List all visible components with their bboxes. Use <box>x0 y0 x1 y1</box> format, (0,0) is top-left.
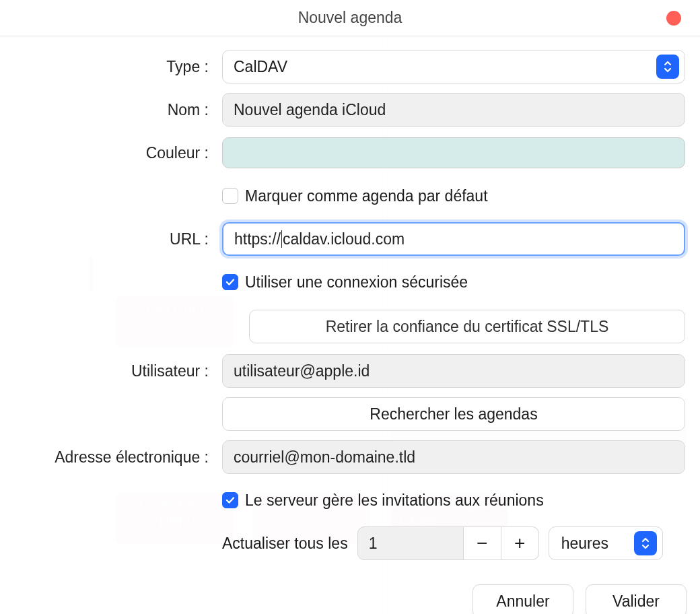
user-field[interactable]: utilisateur@apple.id <box>222 354 685 388</box>
chevron-up-down-icon <box>656 55 679 79</box>
checkbox-icon <box>222 274 238 290</box>
titlebar: Nouvel agenda <box>0 0 700 36</box>
default-checkbox-label: Marquer comme agenda par défaut <box>245 187 488 205</box>
user-label: Utilisateur : <box>13 362 209 380</box>
secure-checkbox-label: Utiliser une connexion sécurisée <box>245 273 468 292</box>
color-swatch[interactable] <box>222 137 685 168</box>
checkbox-icon <box>222 188 238 204</box>
refresh-label: Actualiser tous les <box>222 535 348 553</box>
secure-checkbox[interactable]: Utiliser une connexion sécurisée <box>222 273 687 292</box>
dialog-form: Type : CalDAV Nom : Nouvel agenda iCloud <box>0 36 700 614</box>
type-value: CalDAV <box>234 58 287 76</box>
dialog-window: Nouvel agenda 9:30 Orion 12:30-13:15 RPM… <box>0 0 700 614</box>
email-label: Adresse électronique : <box>13 448 209 467</box>
window-title: Nouvel agenda <box>298 9 403 27</box>
type-label: Type : <box>13 58 209 76</box>
ok-button[interactable]: Valider <box>586 584 687 614</box>
refresh-value: 1 <box>358 535 463 553</box>
ssl-trust-button[interactable]: Retirer la confiance du certificat SSL/T… <box>249 310 685 343</box>
refresh-unit-select[interactable]: heures <box>549 526 663 560</box>
invitations-checkbox-label: Le serveur gère les invitations aux réun… <box>245 491 544 510</box>
plus-button[interactable]: + <box>501 527 538 559</box>
name-label: Nom : <box>13 101 209 119</box>
search-calendars-button[interactable]: Rechercher les agendas <box>222 397 685 431</box>
refresh-value-stepper[interactable]: 1 − + <box>357 526 539 560</box>
url-field[interactable]: https://caldav.icloud.com <box>222 222 685 256</box>
chevron-up-down-icon <box>634 531 657 555</box>
type-select[interactable]: CalDAV <box>222 50 685 83</box>
email-field[interactable]: courriel@mon-domaine.tld <box>222 440 685 474</box>
url-label: URL : <box>13 230 209 248</box>
cancel-button[interactable]: Annuler <box>473 584 573 614</box>
minus-button[interactable]: − <box>463 527 501 559</box>
close-icon[interactable] <box>666 11 681 26</box>
name-field[interactable]: Nouvel agenda iCloud <box>222 93 685 127</box>
default-checkbox[interactable]: Marquer comme agenda par défaut <box>222 187 687 205</box>
checkbox-icon <box>222 492 238 508</box>
invitations-checkbox[interactable]: Le serveur gère les invitations aux réun… <box>222 491 687 510</box>
color-label: Couleur : <box>13 144 209 162</box>
